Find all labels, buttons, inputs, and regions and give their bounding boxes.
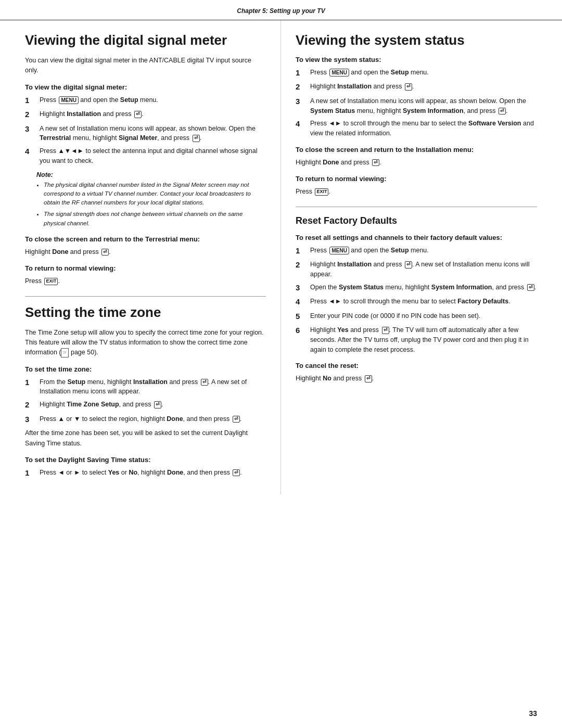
exit-icon: EXIT: [315, 188, 328, 196]
step-item: Highlight Installation and press ⏎. A ne…: [296, 260, 537, 279]
menu-icon: MENU: [329, 69, 349, 76]
return-normal-text: Press EXIT.: [25, 276, 266, 286]
timezone-after-text: After the time zone has been set, you wi…: [25, 428, 266, 449]
section1-title: Viewing the digital signal meter: [25, 33, 266, 48]
step-item: A new set of Installation menu icons wil…: [296, 96, 537, 116]
close-terrestrial-title: To close the screen and return to the Te…: [25, 235, 266, 243]
note-block: Note: The physical digital channel numbe…: [36, 171, 266, 228]
enter-icon: ⏎: [201, 379, 208, 386]
enter-icon: ⏎: [405, 83, 412, 91]
return-normal2-title: To return to normal viewing:: [296, 175, 537, 183]
section2-intro: The Time Zone setup will allow you to sp…: [25, 328, 266, 358]
enter-icon: ⏎: [527, 284, 534, 291]
step-item: Highlight Installation and press ⏎.: [296, 82, 537, 93]
step-item: Highlight Time Zone Setup, and press ⏎.: [25, 400, 266, 411]
view-digital-signal-title: To view the digital signal meter:: [25, 83, 266, 91]
reset-subtitle: To reset all settings and channels to th…: [296, 234, 537, 241]
book-icon: ☞: [61, 348, 69, 357]
step-item: Press MENU and open the Setup menu.: [296, 246, 537, 257]
enter-icon: ⏎: [405, 261, 412, 269]
section2-title: Setting the time zone: [25, 305, 266, 321]
step-item: Highlight Yes and press ⏎. The TV will t…: [296, 325, 537, 354]
section1-intro: You can view the digital signal meter in…: [25, 56, 266, 76]
enter-icon: ⏎: [101, 249, 109, 256]
enter-icon: ⏎: [233, 469, 240, 477]
section3-title: Viewing the system status: [296, 33, 537, 48]
close-install-title: To close the screen and return to the In…: [296, 146, 537, 154]
set-timezone-steps: From the Setup menu, highlight Installat…: [25, 377, 266, 426]
step-item: Press MENU and open the Setup menu.: [296, 68, 537, 79]
enter-icon: ⏎: [499, 108, 506, 115]
chapter-header: Chapter 5: Setting up your TV: [0, 0, 562, 20]
note-list: The physical digital channel number list…: [44, 181, 266, 228]
reset-steps: Press MENU and open the Setup menu. High…: [296, 246, 537, 355]
menu-icon: MENU: [59, 96, 78, 104]
step-item: Highlight Installation and press ⏎.: [25, 109, 266, 121]
cancel-reset-text: Highlight No and press ⏎.: [296, 374, 537, 384]
enter-icon: ⏎: [382, 327, 389, 334]
divider: [25, 296, 266, 297]
step-item: Open the System Status menu, highlight S…: [296, 283, 537, 294]
step-item: From the Setup menu, highlight Installat…: [25, 377, 266, 397]
note-item: The physical digital channel number list…: [44, 181, 266, 208]
enter-icon: ⏎: [372, 159, 379, 167]
chapter-header-text: Chapter 5: Setting up your TV: [237, 7, 325, 15]
step-item: Press ▲▼◄► to select the antenna input a…: [25, 146, 266, 166]
return-normal-title: To return to normal viewing:: [25, 264, 266, 272]
page-wrapper: Chapter 5: Setting up your TV Viewing th…: [0, 0, 562, 728]
reset-title: Reset Factory Defaults: [296, 215, 537, 226]
note-item: The signal strength does not change betw…: [44, 210, 266, 228]
content-area: Viewing the digital signal meter You can…: [0, 20, 562, 494]
step-item: Press ▲ or ▼ to select the region, highl…: [25, 414, 266, 426]
set-timezone-title: To set the time zone:: [25, 365, 266, 373]
exit-icon: EXIT: [44, 278, 58, 285]
section1-steps: Press MENU and open the Setup menu. High…: [25, 95, 266, 166]
enter-icon: ⏎: [154, 401, 161, 408]
menu-icon: MENU: [329, 247, 349, 254]
page-number: 33: [529, 709, 537, 718]
step-item: Press ◄► to scroll through the menu bar …: [296, 297, 537, 308]
enter-icon: ⏎: [193, 135, 200, 142]
daylight-title: To set the Daylight Saving Time status:: [25, 456, 266, 464]
daylight-steps: Press ◄ or ► to select Yes or No, highli…: [25, 468, 266, 479]
right-column: Viewing the system status To view the sy…: [281, 20, 562, 494]
left-column: Viewing the digital signal meter You can…: [0, 20, 281, 494]
return-normal2-text: Press EXIT.: [296, 187, 537, 197]
view-system-steps: Press MENU and open the Setup menu. High…: [296, 68, 537, 138]
enter-icon: ⏎: [365, 375, 372, 382]
note-label: Note:: [36, 171, 266, 178]
enter-icon: ⏎: [134, 111, 142, 118]
step-item: A new set of Installation menu icons wil…: [25, 124, 266, 144]
enter-icon: ⏎: [233, 416, 240, 423]
step-item: Press ◄ or ► to select Yes or No, highli…: [25, 468, 266, 479]
divider2: [296, 207, 537, 207]
step-item: Enter your PIN code (or 0000 if no PIN c…: [296, 311, 537, 323]
close-install-text: Highlight Done and press ⏎.: [296, 158, 537, 168]
step-item: Press MENU and open the Setup menu.: [25, 95, 266, 107]
step-item: Press ◄► to scroll through the menu bar …: [296, 119, 537, 138]
cancel-reset-title: To cancel the reset:: [296, 362, 537, 369]
view-system-title: To view the system status:: [296, 56, 537, 63]
close-terrestrial-text: Highlight Done and press ⏎.: [25, 247, 266, 257]
